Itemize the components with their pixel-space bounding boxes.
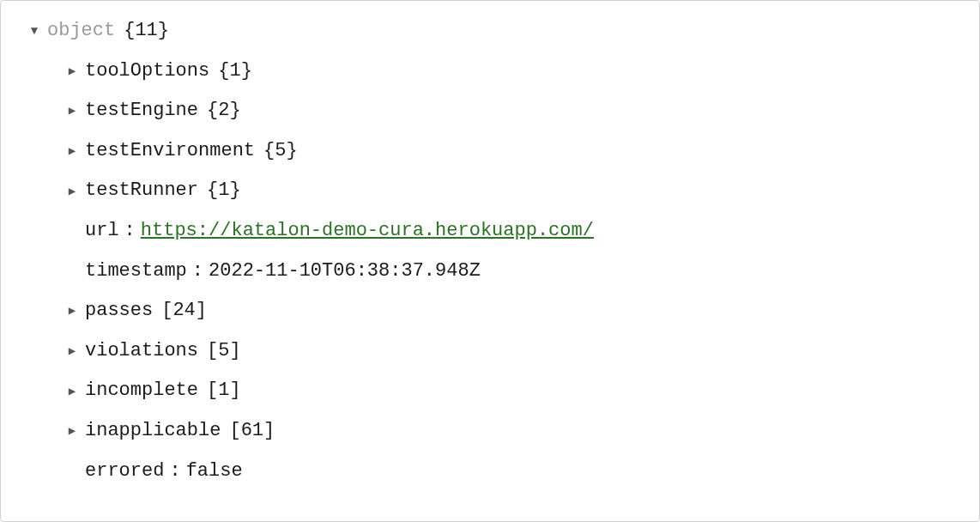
node-key: passes [85,299,153,324]
node-value: 2022-11-10T06:38:37.948Z [209,259,481,284]
node-key: errored [85,459,164,484]
chevron-right-icon[interactable]: ▶ [59,143,85,159]
chevron-right-icon[interactable]: ▶ [59,64,85,79]
tree-node-testrunner: ▶ testRunner {1} [8,171,972,211]
key-value-separator: : [124,219,136,244]
node-key: url [85,219,119,244]
node-key: toolOptions [85,59,209,84]
tree-node-incomplete: ▶ incomplete [1] [8,371,972,411]
chevron-right-icon[interactable]: ▶ [59,303,85,319]
node-count: [1] [207,379,241,404]
node-key: testRunner [85,179,198,203]
chevron-down-icon[interactable]: ▼ [21,23,47,39]
node-key: violations [85,339,198,364]
tree-node-testengine: ▶ testEngine {2} [8,91,972,131]
tree-node-inapplicable: ▶ inapplicable [61] [8,411,972,452]
node-key: incomplete [85,379,198,404]
node-count: [5] [207,339,241,364]
json-tree-viewer: ▼ object {11} ▶ toolOptions {1} ▶ testEn… [0,0,980,522]
node-count: {1} [207,179,241,203]
url-link[interactable]: https://katalon-demo-cura.herokuapp.com/ [141,219,594,244]
root-label: object [47,19,115,44]
node-count: [61] [229,419,275,444]
chevron-right-icon[interactable]: ▶ [59,423,85,439]
chevron-right-icon[interactable]: ▶ [59,343,85,359]
key-value-separator: : [169,459,180,484]
node-value: false [186,459,243,484]
tree-node-url: url : https://katalon-demo-cura.herokuap… [8,211,972,252]
tree-node-testenvironment: ▶ testEnvironment {5} [8,131,972,172]
tree-node-timestamp: timestamp : 2022-11-10T06:38:37.948Z [8,252,972,292]
chevron-right-icon[interactable]: ▶ [59,184,85,199]
tree-root-row: ▼ object {11} [8,11,972,52]
key-value-separator: : [192,259,203,284]
node-key: inapplicable [85,419,221,444]
tree-node-tooloptions: ▶ toolOptions {1} [8,52,972,92]
tree-node-violations: ▶ violations [5] [8,331,972,372]
tree-node-errored: errored : false [8,452,972,492]
node-key: testEngine [85,99,198,124]
root-count: {11} [124,19,169,44]
node-count: {2} [207,99,241,124]
chevron-right-icon[interactable]: ▶ [59,103,85,118]
tree-node-passes: ▶ passes [24] [8,291,972,331]
node-key: timestamp [85,259,187,284]
node-key: testEnvironment [85,139,255,164]
node-count: {1} [218,59,252,84]
node-count: [24] [161,299,207,324]
chevron-right-icon[interactable]: ▶ [59,384,85,399]
node-count: {5} [263,139,298,164]
